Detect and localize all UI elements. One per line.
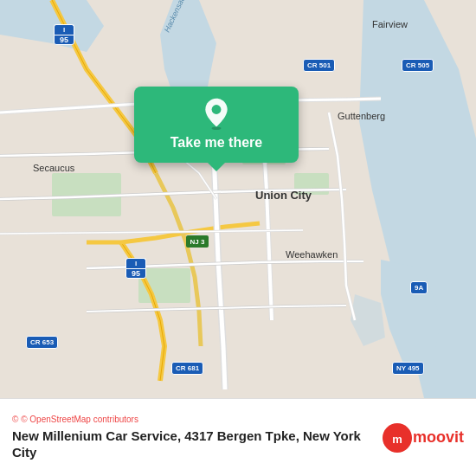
map-container: NJ 3 Hackensack River Secaucus Union Cit… (0, 0, 476, 398)
bottom-info: © © OpenStreetMap contributors New Mille… (12, 415, 373, 461)
svg-text:m: m (392, 433, 402, 446)
bottom-bar: © © OpenStreetMap contributors New Mille… (0, 398, 476, 476)
i95-sign-nw: I 95 (54, 24, 74, 45)
moovit-logo: m moovit (382, 422, 464, 453)
callout-label: Take me there (170, 135, 262, 151)
i95-sign-sw: I 95 (125, 258, 146, 279)
location-title: New Millenium Car Service, 4317 Bergen T… (12, 428, 373, 461)
svg-text:NJ 3: NJ 3 (190, 238, 205, 246)
ny495-sign: NY 495 (392, 362, 424, 375)
cr505-sign: CR 505 (402, 59, 434, 72)
moovit-icon: m (382, 422, 413, 453)
cr653-sign: CR 653 (26, 336, 58, 349)
location-pin-icon (200, 97, 233, 130)
cr501-sign: CR 501 (303, 59, 335, 72)
svg-point-8 (212, 126, 222, 130)
osm-credit-text: © OpenStreetMap contributors (21, 415, 138, 424)
osm-credit: © © OpenStreetMap contributors (12, 415, 373, 424)
cr681-sign: CR 681 (171, 362, 203, 375)
ny9a-sign: 9A (410, 281, 428, 294)
take-me-there-callout[interactable]: Take me there (134, 87, 299, 163)
osm-copyright: © (12, 415, 18, 424)
moovit-text: moovit (413, 428, 464, 447)
svg-point-9 (212, 105, 222, 114)
